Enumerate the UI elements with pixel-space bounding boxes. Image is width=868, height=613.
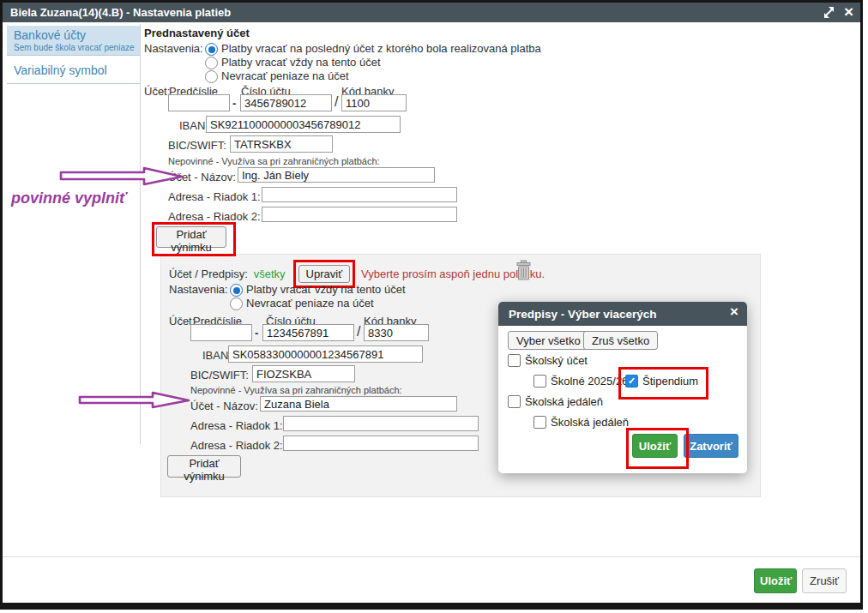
footer-save-button[interactable]: Uložiť bbox=[754, 568, 797, 593]
footer-divider bbox=[3, 556, 860, 557]
bic-label: BIC/SWIFT: bbox=[168, 139, 226, 152]
address1-input[interactable] bbox=[262, 187, 457, 202]
radio-label[interactable]: Platby vracať vždy na tento účet bbox=[221, 56, 381, 69]
sidebar-item-variable-symbol[interactable]: Variabilný symbol bbox=[14, 63, 107, 77]
bic-input[interactable] bbox=[230, 135, 333, 153]
address1-label: Adresa - Riadok 1: bbox=[168, 190, 261, 203]
optional-note: Nepovinné - Využíva sa pri zahraničných … bbox=[190, 385, 402, 395]
checkbox-skolne[interactable] bbox=[533, 375, 546, 388]
exc-bic-input[interactable] bbox=[252, 365, 355, 382]
exc-add-exception-button[interactable]: Pridať výnimku bbox=[167, 455, 241, 478]
predpisy-label: Účet / Predpisy: bbox=[169, 267, 248, 280]
add-exception-button[interactable]: Pridať výnimku bbox=[156, 226, 226, 248]
exc-iban-input[interactable] bbox=[228, 346, 423, 363]
settings-label: Nastavenia: bbox=[144, 42, 203, 55]
bic-label: BIC/SWIFT: bbox=[190, 369, 249, 382]
checkbox-label[interactable]: Školská jedáleň bbox=[551, 416, 629, 429]
address1-label: Adresa - Riadok 1: bbox=[190, 419, 283, 432]
select-all-button[interactable]: Vyber všetko bbox=[508, 331, 589, 350]
sidebar-item-label[interactable]: Bankové účty bbox=[14, 28, 86, 42]
iban-label: IBAN: bbox=[202, 349, 232, 362]
radio-label[interactable]: Nevracať peniaze na účet bbox=[246, 297, 374, 310]
popup-save-button[interactable]: Uložiť bbox=[632, 434, 678, 458]
resize-icon[interactable] bbox=[823, 6, 835, 22]
iban-input[interactable] bbox=[206, 116, 401, 133]
radio-no-return[interactable] bbox=[205, 70, 218, 83]
slash-separator: / bbox=[357, 324, 360, 340]
bank-code-input[interactable] bbox=[341, 94, 407, 111]
exc-bank-code-input[interactable] bbox=[364, 324, 429, 341]
address2-label: Adresa - Riadok 2: bbox=[190, 439, 283, 452]
checkbox-stipendium[interactable] bbox=[625, 375, 638, 388]
close-icon[interactable]: × bbox=[844, 3, 853, 21]
radio-return-this-account[interactable] bbox=[205, 57, 218, 69]
dialog-title: Biela Zuzana(14)(4.B) - Nastavenia plati… bbox=[10, 6, 231, 19]
sidebar-content-divider bbox=[140, 24, 141, 444]
prefix-input[interactable] bbox=[168, 94, 230, 111]
radio-label[interactable]: Nevracať peniaze na účet bbox=[221, 69, 349, 82]
edit-predpisy-button[interactable]: Upraviť bbox=[298, 265, 350, 283]
exc-address1-input[interactable] bbox=[283, 416, 479, 431]
exc-account-name-label: Účet - Názov: bbox=[190, 400, 258, 412]
address2-input[interactable] bbox=[262, 207, 457, 222]
sidebar-item-sublabel: Sem bude škola vracať peniaze bbox=[14, 43, 135, 52]
footer-cancel-button[interactable]: Zrušiť bbox=[802, 568, 847, 593]
checkbox-label[interactable]: Štipendium bbox=[642, 375, 698, 388]
optional-note: Nepovinné - Využíva sa pri zahraničných … bbox=[168, 156, 380, 166]
exc-prefix-input[interactable] bbox=[190, 324, 252, 341]
exc-account-number-input[interactable] bbox=[262, 324, 354, 341]
annotation-arrow-exception-name bbox=[77, 390, 192, 414]
account-number-input[interactable] bbox=[240, 94, 332, 111]
sidebar-divider bbox=[7, 83, 140, 84]
radio-return-last-account[interactable] bbox=[205, 43, 218, 56]
dash-separator: - bbox=[255, 327, 258, 340]
exc-address2-input[interactable] bbox=[283, 436, 479, 451]
checkbox-label[interactable]: Školská jedáleň bbox=[525, 395, 603, 408]
radio-label[interactable]: Platby vracať vždy na tento účet bbox=[246, 283, 406, 296]
popup-title: Predpisy - Výber viacerých bbox=[509, 308, 657, 321]
annotation-required-note: povinné vyplniť bbox=[11, 189, 127, 207]
annotation-arrow-account-name bbox=[58, 165, 185, 191]
checkbox-label[interactable]: Školský účet bbox=[525, 354, 588, 367]
popup-close-button[interactable]: Zatvoriť bbox=[684, 434, 738, 458]
settings-label: Nastavenia: bbox=[169, 283, 228, 296]
account-name-input[interactable] bbox=[238, 167, 435, 183]
slash-separator: / bbox=[335, 94, 338, 110]
section-heading: Prednastavený účet bbox=[144, 27, 250, 39]
trash-icon[interactable] bbox=[515, 260, 533, 285]
account-label: Účet: bbox=[144, 85, 170, 98]
iban-label: IBAN: bbox=[179, 119, 208, 132]
radio-exc-no-return[interactable] bbox=[230, 297, 243, 310]
address2-label: Adresa - Riadok 2: bbox=[168, 210, 261, 223]
exc-account-name-input[interactable] bbox=[260, 396, 457, 412]
dash-separator: - bbox=[232, 97, 236, 110]
checkbox-skolska-jedalen-2[interactable] bbox=[533, 416, 546, 429]
popup-close-icon[interactable]: × bbox=[730, 303, 738, 321]
predpisy-value: všetky bbox=[254, 267, 286, 280]
checkbox-label[interactable]: Školné 2025/26 bbox=[551, 375, 628, 388]
deselect-all-button[interactable]: Zruš všetko bbox=[583, 331, 658, 350]
radio-exc-return-this-account[interactable] bbox=[230, 284, 243, 297]
sidebar-divider bbox=[7, 55, 140, 56]
radio-label[interactable]: Platby vracať na posledný účet z ktorého… bbox=[221, 42, 541, 55]
checkbox-skolska-jedalen-1[interactable] bbox=[508, 395, 521, 408]
checkbox-skolsky-ucet[interactable] bbox=[508, 354, 521, 367]
